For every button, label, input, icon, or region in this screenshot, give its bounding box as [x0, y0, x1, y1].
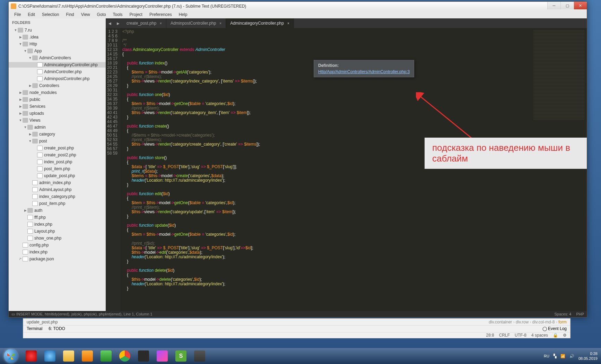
- tree-item[interactable]: ▼AdminControllers: [9, 55, 106, 61]
- taskbar-phpstorm[interactable]: [153, 349, 171, 363]
- taskbar-app-s[interactable]: S: [172, 349, 190, 363]
- status-spaces[interactable]: Spaces: 4: [554, 312, 571, 316]
- breadcrumb-item[interactable]: div.container: [489, 320, 512, 324]
- tree-item[interactable]: ▶auth: [9, 208, 106, 213]
- tray-lang[interactable]: RU: [544, 354, 549, 358]
- editor-area: ◀ ▶ create_post.php×AdminpostController.…: [106, 18, 587, 311]
- system-tray[interactable]: RU ▚ 📶 🔊 0:2808.05.2019: [544, 351, 601, 361]
- taskbar-chrome[interactable]: [116, 349, 134, 363]
- tree-item[interactable]: admin_index.php: [9, 180, 106, 185]
- tree-item[interactable]: create_post.php: [9, 145, 106, 151]
- tree-item[interactable]: create_post2.php: [9, 152, 106, 158]
- maximize-button[interactable]: ▢: [560, 2, 574, 9]
- tab-nav-next[interactable]: ▶: [114, 18, 122, 28]
- menu-tools[interactable]: Tools: [110, 12, 126, 17]
- breadcrumb-item[interactable]: div.row: [516, 320, 529, 324]
- tree-item[interactable]: ▶Controllers: [9, 83, 106, 88]
- ide-tool-terminal[interactable]: Terminal: [27, 326, 42, 331]
- tree-item[interactable]: AdminController.php: [9, 69, 106, 75]
- tree-item[interactable]: ▼App: [9, 48, 106, 54]
- tree-label: config.php: [29, 243, 49, 248]
- ide-tab-file[interactable]: update_post.php: [27, 320, 58, 324]
- start-button[interactable]: [1, 349, 20, 363]
- ide-crlf[interactable]: CRLF: [499, 333, 510, 338]
- tab-close-icon[interactable]: ×: [219, 21, 221, 25]
- taskbar-opera[interactable]: [22, 349, 40, 363]
- breadcrumb-item[interactable]: div.col-md-8: [532, 320, 555, 324]
- ide-pos[interactable]: 28:8: [486, 333, 494, 338]
- tree-item[interactable]: ▼admin: [9, 124, 106, 130]
- close-button[interactable]: ✕: [574, 2, 587, 9]
- menu-project[interactable]: Project: [126, 12, 146, 17]
- tree-item[interactable]: index_category.php: [9, 194, 106, 199]
- tooltip-link[interactable]: Http/App/AdminControllers/AdminControlle…: [318, 69, 410, 74]
- editor-tab[interactable]: create_post.php×: [122, 18, 166, 28]
- tab-close-icon[interactable]: ×: [287, 21, 289, 25]
- taskbar-nox[interactable]: [134, 349, 153, 363]
- ide-breadcrumbs[interactable]: div.container › div.row › div.col-md-8 ›…: [489, 320, 567, 324]
- tree-label: index.php: [29, 250, 47, 254]
- folder-tree[interactable]: ▼7.ru▶.idea▼Http▼App▼AdminControllersAdm…: [9, 27, 106, 262]
- menu-edit[interactable]: Edit: [24, 12, 38, 17]
- title-bar[interactable]: C:\OSPanel\domains\7.ru\Http\App\AdminCo…: [9, 2, 587, 11]
- tab-close-icon[interactable]: ×: [160, 21, 162, 25]
- tree-item[interactable]: ▶uploads: [9, 111, 106, 116]
- tree-item[interactable]: AdminpostController.php: [9, 76, 106, 81]
- menu-file[interactable]: File: [11, 12, 24, 17]
- tree-item[interactable]: ▼7.ru: [9, 27, 106, 33]
- tree-item[interactable]: AdmincategoryController.php: [9, 62, 106, 68]
- tree-item[interactable]: config.php: [9, 242, 106, 248]
- ide-gear-icon[interactable]: ⚙: [563, 333, 567, 338]
- taskbar-explorer[interactable]: [60, 349, 78, 363]
- tab-nav-prev[interactable]: ◀: [106, 18, 114, 28]
- tray-flag-icon[interactable]: ▚: [554, 354, 556, 358]
- tree-item[interactable]: ▶category: [9, 131, 106, 137]
- menu-find[interactable]: Find: [62, 12, 77, 17]
- menu-preferences[interactable]: Preferences: [146, 12, 175, 17]
- taskbar-ie[interactable]: [41, 349, 59, 363]
- breadcrumb-item[interactable]: form: [558, 320, 567, 324]
- tree-item[interactable]: ▼Http: [9, 41, 106, 47]
- minimap[interactable]: [531, 28, 587, 311]
- ide-tool-todo[interactable]: 6: TODO: [49, 326, 65, 331]
- tray-clock[interactable]: 0:2808.05.2019: [578, 351, 598, 361]
- sidebar[interactable]: FOLDERS ▼7.ru▶.idea▼Http▼App▼AdminContro…: [9, 18, 106, 311]
- tree-item[interactable]: update_post.php: [9, 173, 106, 179]
- menu-view[interactable]: View: [78, 12, 94, 17]
- taskbar[interactable]: S RU ▚ 📶 🔊 0:2808.05.2019: [0, 348, 601, 364]
- menu-selection[interactable]: Selection: [38, 12, 62, 17]
- minimize-button[interactable]: ─: [547, 2, 560, 9]
- ide-lock-icon[interactable]: 🔒: [553, 333, 558, 338]
- tree-item[interactable]: fff.php: [9, 215, 106, 220]
- tree-item[interactable]: ▶Services: [9, 104, 106, 109]
- tree-item[interactable]: ▼post: [9, 138, 106, 144]
- tree-item[interactable]: ▼Views: [9, 118, 106, 123]
- tree-item[interactable]: AdminLayout.php: [9, 187, 106, 192]
- tree-item[interactable]: ▶.idea: [9, 34, 106, 40]
- tree-item[interactable]: index.php: [9, 222, 106, 227]
- ide-indent[interactable]: 4 spaces: [531, 333, 548, 338]
- menu-goto[interactable]: Goto: [94, 12, 110, 17]
- tray-volume-icon[interactable]: 🔊: [569, 354, 574, 358]
- tree-item[interactable]: show_one.php: [9, 235, 106, 241]
- tree-item[interactable]: index.php: [9, 249, 106, 255]
- tree-item[interactable]: post_item.php: [9, 201, 106, 206]
- editor-tab[interactable]: AdminpostController.php×: [166, 18, 226, 28]
- status-icon[interactable]: ▭: [11, 312, 15, 317]
- taskbar-media[interactable]: [78, 349, 96, 363]
- tray-network-icon[interactable]: 📶: [560, 354, 565, 358]
- tree-item[interactable]: Layout.php: [9, 228, 106, 234]
- tree-item[interactable]: ▶node_modules: [9, 90, 106, 95]
- editor-tab[interactable]: AdmincategoryController.php×: [226, 18, 294, 28]
- ide-event-log[interactable]: ◯ Event Log: [542, 326, 567, 331]
- menu-help[interactable]: Help: [175, 12, 191, 17]
- line-gutter[interactable]: 1 2 3 4 5 6 7 8 9 10 11 12 13 14 15 16 1…: [106, 28, 120, 311]
- tree-item[interactable]: /*package.json: [9, 256, 106, 262]
- tree-item[interactable]: post_item.php: [9, 166, 106, 172]
- status-lang[interactable]: PHP: [576, 312, 584, 316]
- ide-enc[interactable]: UTF-8: [515, 333, 526, 338]
- tree-item[interactable]: ▶public: [9, 97, 106, 102]
- taskbar-sublime[interactable]: [191, 349, 209, 363]
- tree-item[interactable]: index_post.php: [9, 159, 106, 165]
- taskbar-utorrent[interactable]: [97, 349, 115, 363]
